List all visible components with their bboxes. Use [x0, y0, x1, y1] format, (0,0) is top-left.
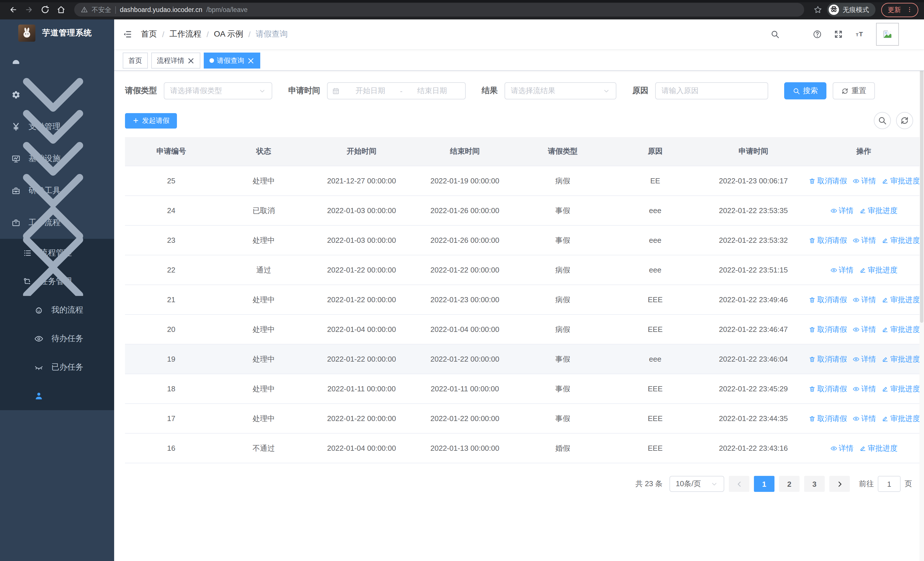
next-page-button[interactable] — [829, 476, 850, 492]
action-progress-link[interactable]: 审批进度 — [859, 205, 897, 216]
prev-page-button[interactable] — [729, 476, 749, 492]
bookmark-star-button[interactable] — [813, 5, 822, 14]
cell-status: 处理中 — [218, 285, 310, 314]
tab-流程详情[interactable]: 流程详情 — [151, 53, 200, 69]
refresh-table-button[interactable] — [896, 112, 913, 129]
action-cancel-link[interactable]: 取消请假 — [809, 235, 847, 245]
column-header-申请时间: 申请时间 — [701, 137, 805, 166]
goto-unit-label: 页 — [904, 479, 912, 489]
date-range-picker[interactable]: 开始日期 - 结束日期 — [327, 82, 466, 99]
action-progress-link[interactable]: 审批进度 — [882, 384, 920, 394]
action-cancel-link[interactable]: 取消请假 — [809, 384, 847, 394]
address-bar[interactable]: 不安全 dashboard.yudao.iocoder.cn/bpm/oa/le… — [74, 3, 804, 17]
cell-applied: 2022-01-22 23:44:35 — [701, 404, 805, 433]
browser-menu-icon[interactable] — [906, 7, 913, 13]
leave-type-select[interactable]: 请选择请假类型 — [164, 82, 272, 99]
table-row-18: 18处理中2022-01-11 00:00:002022-01-11 00:00… — [125, 374, 922, 404]
action-cancel-link[interactable]: 取消请假 — [809, 413, 847, 424]
reset-button[interactable]: 重置 — [832, 82, 875, 99]
browser-back-button[interactable] — [6, 2, 21, 17]
action-label: 审批进度 — [890, 235, 920, 245]
breadcrumb-item: 请假查询 — [256, 29, 288, 39]
page-button-3[interactable]: 3 — [804, 476, 825, 492]
browser-reload-button[interactable] — [38, 2, 52, 17]
tab-close-icon[interactable] — [247, 57, 255, 64]
action-detail-link[interactable]: 详情 — [853, 235, 876, 245]
breadcrumb-item[interactable]: 工作流程 — [170, 29, 201, 39]
chevron-down-icon — [711, 480, 718, 487]
page-button-1[interactable]: 1 — [754, 476, 774, 492]
filter-result: 结果 请选择流结果 — [482, 82, 616, 99]
action-progress-link[interactable]: 审批进度 — [859, 265, 897, 275]
action-detail-link[interactable]: 详情 — [853, 176, 876, 186]
sidebar-item-待办任务[interactable]: 待办任务 — [0, 325, 114, 353]
sidebar-item-已办任务[interactable]: 已办任务 — [0, 353, 114, 382]
page-scrollbar[interactable] — [920, 20, 924, 561]
cell-end: 2022-01-19 00:00:00 — [413, 166, 516, 196]
home-icon — [57, 5, 66, 14]
action-cancel-link[interactable]: 取消请假 — [809, 176, 847, 186]
action-progress-link[interactable]: 审批进度 — [882, 295, 920, 305]
user-avatar[interactable] — [876, 23, 899, 46]
avatar-dropdown-button[interactable] — [906, 34, 915, 44]
progress-icon — [882, 415, 889, 422]
fullscreen-button[interactable] — [834, 30, 843, 39]
action-detail-link[interactable]: 详情 — [830, 443, 854, 453]
toggle-search-button[interactable] — [874, 112, 891, 129]
github-link[interactable] — [792, 30, 801, 39]
sidebar-item-任务管理[interactable]: 任务管理 — [0, 267, 114, 296]
cell-type: 事假 — [516, 226, 609, 255]
date-start-placeholder[interactable]: 开始日期 — [342, 86, 399, 96]
tab-请假查询[interactable]: 请假查询 — [204, 53, 260, 69]
search-button[interactable]: 搜索 — [784, 82, 826, 99]
cell-id: 22 — [125, 255, 218, 285]
sidebar-collapse-button[interactable] — [123, 30, 132, 39]
action-progress-link[interactable]: 审批进度 — [882, 235, 920, 245]
create-leave-label: 发起请假 — [142, 116, 170, 125]
reason-input[interactable]: 请输入原因 — [655, 82, 768, 99]
create-leave-button[interactable]: 发起请假 — [125, 113, 177, 128]
action-detail-link[interactable]: 详情 — [830, 205, 854, 216]
column-header-请假类型: 请假类型 — [516, 137, 609, 166]
action-detail-link[interactable]: 详情 — [853, 354, 876, 364]
date-end-placeholder[interactable]: 结束日期 — [404, 86, 460, 96]
page-size-select[interactable]: 10条/页 — [669, 476, 724, 492]
action-progress-link[interactable]: 审批进度 — [882, 354, 920, 364]
header-search-button[interactable] — [771, 30, 780, 39]
action-detail-link[interactable]: 详情 — [853, 413, 876, 424]
action-detail-link[interactable]: 详情 — [830, 265, 854, 275]
reason-placeholder: 请输入原因 — [662, 86, 699, 96]
sidebar-item-请假查询[interactable]: 请假查询 — [0, 382, 114, 410]
browser-forward-button[interactable] — [22, 2, 36, 17]
action-cancel-link[interactable]: 取消请假 — [809, 354, 847, 364]
action-label: 详情 — [861, 354, 876, 364]
action-cancel-link[interactable]: 取消请假 — [809, 324, 847, 334]
action-progress-link[interactable]: 审批进度 — [882, 413, 920, 424]
page-button-2[interactable]: 2 — [779, 476, 800, 492]
result-select[interactable]: 请选择流结果 — [504, 82, 616, 99]
action-detail-link[interactable]: 详情 — [853, 324, 876, 334]
breadcrumb-item[interactable]: OA 示例 — [214, 29, 243, 39]
browser-update-button[interactable]: 更新 — [881, 3, 918, 17]
tab-首页[interactable]: 首页 — [123, 53, 148, 69]
action-detail-link[interactable]: 详情 — [853, 384, 876, 394]
tab-close-icon[interactable] — [187, 57, 195, 64]
help-button[interactable] — [813, 30, 822, 39]
action-progress-link[interactable]: 审批进度 — [859, 443, 897, 453]
cancel-icon — [809, 326, 816, 333]
action-cancel-link[interactable]: 取消请假 — [809, 295, 847, 305]
progress-icon — [882, 326, 889, 333]
security-label[interactable]: 不安全 — [92, 5, 111, 14]
chevron-left-icon — [735, 480, 743, 487]
action-progress-link[interactable]: 审批进度 — [882, 324, 920, 334]
tab-label: 流程详情 — [157, 56, 184, 65]
font-size-button[interactable]: TT — [855, 30, 864, 39]
browser-home-button[interactable] — [54, 2, 69, 17]
goto-page-input[interactable]: 1 — [878, 476, 901, 492]
sidebar-item-我的流程[interactable]: 我的流程 — [0, 296, 114, 325]
action-detail-link[interactable]: 详情 — [853, 295, 876, 305]
chevron-right-icon — [836, 480, 843, 487]
github-icon — [792, 30, 801, 39]
breadcrumb-item[interactable]: 首页 — [141, 29, 157, 39]
action-progress-link[interactable]: 审批进度 — [882, 176, 920, 186]
